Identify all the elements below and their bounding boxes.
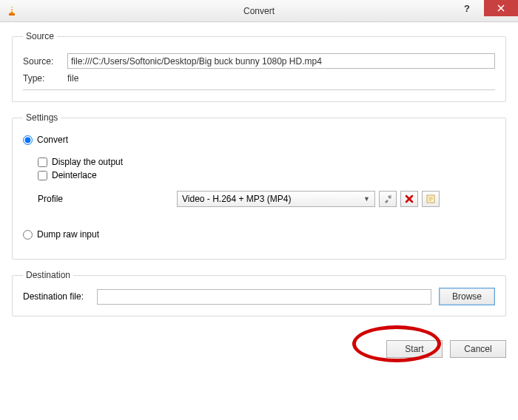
- edit-profile-button[interactable]: [379, 191, 397, 207]
- browse-button[interactable]: Browse: [439, 288, 495, 305]
- delete-icon: [405, 194, 414, 203]
- svg-point-3: [390, 195, 392, 197]
- source-legend: Source: [23, 31, 57, 41]
- source-label: Source:: [23, 56, 67, 67]
- destination-file-input[interactable]: [97, 289, 431, 305]
- new-profile-icon: [426, 194, 436, 204]
- dialog-footer: Start Cancel: [0, 337, 518, 358]
- dump-raw-label: Dump raw input: [37, 229, 99, 240]
- profile-label: Profile: [38, 194, 177, 204]
- settings-legend: Settings: [23, 112, 61, 123]
- close-button[interactable]: [484, 0, 518, 16]
- tools-icon: [383, 194, 393, 204]
- deinterlace-checkbox[interactable]: [38, 171, 47, 180]
- convert-label: Convert: [37, 135, 68, 145]
- destination-file-label: Destination file:: [23, 291, 97, 302]
- profile-select[interactable]: Video - H.264 + MP3 (MP4) ▼: [177, 191, 375, 207]
- window-title: Convert: [0, 6, 518, 16]
- dump-raw-radio[interactable]: [23, 230, 33, 240]
- chevron-down-icon: ▼: [363, 195, 370, 203]
- titlebar: Convert ?: [0, 0, 518, 22]
- new-profile-button[interactable]: [422, 191, 440, 207]
- delete-profile-button[interactable]: [400, 191, 418, 207]
- source-input[interactable]: [67, 53, 495, 69]
- start-button[interactable]: Start: [386, 340, 443, 358]
- deinterlace-label: Deinterlace: [52, 170, 97, 180]
- type-value: file: [67, 73, 78, 84]
- cancel-button[interactable]: Cancel: [450, 340, 506, 358]
- convert-radio[interactable]: [23, 135, 33, 145]
- source-group: Source Source: Type: file: [12, 31, 506, 102]
- type-label: Type:: [23, 73, 67, 84]
- destination-legend: Destination: [23, 270, 73, 280]
- help-button[interactable]: ?: [450, 0, 484, 16]
- profile-selected-value: Video - H.264 + MP3 (MP4): [182, 194, 292, 204]
- destination-group: Destination Destination file: Browse: [12, 270, 506, 316]
- settings-group: Settings Convert Display the output Dein…: [12, 112, 506, 260]
- display-output-checkbox[interactable]: [38, 158, 47, 167]
- display-output-label: Display the output: [52, 157, 123, 167]
- source-divider: [23, 89, 495, 90]
